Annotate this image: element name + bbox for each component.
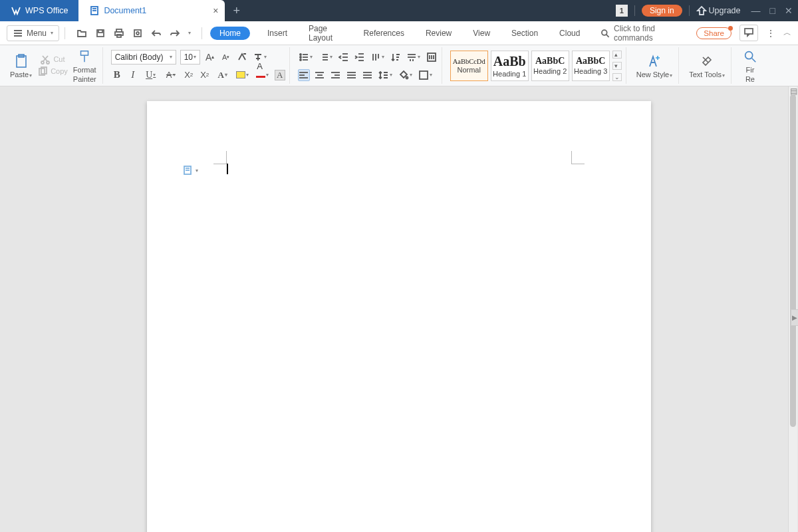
qat-more-icon[interactable]: ▾ xyxy=(188,30,191,36)
find-replace-label-2: Re xyxy=(745,75,755,83)
workspace[interactable]: ▾ ▤ ▶ xyxy=(0,86,798,532)
format-painter-button[interactable]: Format Painter xyxy=(71,48,98,82)
svg-point-25 xyxy=(300,54,301,55)
share-button[interactable]: Share xyxy=(696,27,732,39)
menu-button[interactable]: Menu ▾ xyxy=(7,25,59,41)
upgrade-label: Upgrade xyxy=(709,6,741,15)
svg-point-27 xyxy=(300,57,301,58)
char-shading-button[interactable]: A xyxy=(275,70,285,80)
borders-button[interactable]: ▾ xyxy=(418,69,434,81)
grow-font-icon[interactable]: A▴ xyxy=(204,51,216,63)
undo-icon[interactable] xyxy=(150,27,162,39)
bold-button[interactable]: B xyxy=(111,69,123,81)
tab-insert[interactable]: Insert xyxy=(263,27,291,40)
text-tools-group: Text Tools▾ xyxy=(683,47,732,84)
style-scroll: ▴ ▾ ⌄ xyxy=(612,51,622,81)
minimize-icon[interactable]: — xyxy=(751,5,761,16)
align-right-button[interactable] xyxy=(330,69,342,81)
find-replace-label-1: Fir xyxy=(746,66,755,74)
tab-section[interactable]: Section xyxy=(507,27,542,40)
superscript-button[interactable]: X2 xyxy=(183,69,195,81)
print-preview-icon[interactable] xyxy=(132,27,144,39)
tab-references[interactable]: References xyxy=(360,27,408,40)
style-normal[interactable]: AaBbCcDd Normal xyxy=(450,51,488,81)
sort-button[interactable] xyxy=(390,51,402,63)
shading-button[interactable]: ▾ xyxy=(398,69,414,81)
style-heading-3[interactable]: AaBbC Heading 3 xyxy=(572,51,610,81)
format-painter-label-1: Format xyxy=(73,66,96,74)
scrollbar-options-icon[interactable]: ▤ xyxy=(789,86,798,94)
sign-in-button[interactable]: Sign in xyxy=(642,5,682,17)
line-spacing-button[interactable]: ▾ xyxy=(378,69,394,81)
find-commands[interactable]: Click to find commands xyxy=(600,24,694,43)
font-size-select[interactable]: 10▾ xyxy=(180,50,200,65)
side-panel-expand[interactable]: ▶ xyxy=(791,309,798,326)
new-style-button[interactable]: New Style▾ xyxy=(634,53,675,79)
new-tab-button[interactable]: + xyxy=(225,0,248,21)
close-tab-icon[interactable]: × xyxy=(213,5,218,16)
tab-review[interactable]: Review xyxy=(422,27,456,40)
shrink-font-icon[interactable]: A▾ xyxy=(220,51,232,63)
cut-button[interactable]: Cut xyxy=(35,55,70,65)
style-scroll-up[interactable]: ▴ xyxy=(612,51,622,59)
open-icon[interactable] xyxy=(76,27,88,39)
app-tab[interactable]: WPS Office xyxy=(0,0,78,21)
maximize-icon[interactable]: □ xyxy=(770,5,775,16)
svg-rect-7 xyxy=(98,30,102,33)
window-controls: — □ ✕ xyxy=(747,5,793,16)
svg-point-13 xyxy=(602,30,607,35)
upgrade-button[interactable]: Upgrade xyxy=(696,5,741,16)
paragraph-options-icon[interactable]: ▾ xyxy=(183,165,198,176)
numbering-button[interactable]: ▾ xyxy=(318,51,334,63)
save-icon[interactable] xyxy=(94,27,106,39)
copy-button[interactable]: Copy xyxy=(35,66,70,77)
align-justify-button[interactable] xyxy=(346,69,358,81)
print-icon[interactable] xyxy=(113,27,125,39)
document-tab[interactable]: Document1 × xyxy=(78,0,225,21)
highlight-button[interactable]: ▾ xyxy=(235,69,251,81)
align-center-button[interactable] xyxy=(314,69,326,81)
subscript-button[interactable]: X2 xyxy=(199,69,211,81)
scrollbar-thumb[interactable] xyxy=(790,94,796,427)
margin-corner-tr xyxy=(571,151,585,164)
style-scroll-down[interactable]: ▾ xyxy=(612,62,622,70)
text-tools-button[interactable]: Text Tools▾ xyxy=(687,53,727,79)
clear-formatting-icon[interactable] xyxy=(236,51,248,63)
find-replace-button[interactable]: Fir Re xyxy=(739,48,761,82)
strikethrough-button[interactable]: A▾ xyxy=(163,69,179,81)
style-expand[interactable]: ⌄ xyxy=(612,73,622,81)
distributed-button[interactable] xyxy=(362,69,374,81)
notification-badge[interactable]: 1 xyxy=(616,5,628,17)
paste-button[interactable]: Paste▾ xyxy=(8,53,34,79)
font-color-button[interactable]: A▾ xyxy=(255,69,271,81)
bullets-button[interactable]: ▾ xyxy=(298,51,314,63)
new-style-label: New Style▾ xyxy=(636,70,673,79)
document-page[interactable]: ▾ xyxy=(147,101,651,532)
svg-rect-47 xyxy=(420,71,428,79)
collapse-ribbon-icon[interactable]: ︿ xyxy=(783,27,791,39)
decrease-indent-button[interactable] xyxy=(338,51,350,63)
menubar-right: Share ⋮ ︿ xyxy=(696,25,791,41)
tab-cloud[interactable]: Cloud xyxy=(555,27,584,40)
italic-button[interactable]: I xyxy=(127,69,139,81)
tab-page-layout[interactable]: Page Layout xyxy=(305,22,346,45)
underline-button[interactable]: U▾ xyxy=(143,69,159,81)
tabs-button[interactable]: ▾ xyxy=(406,51,422,63)
kebab-icon[interactable]: ⋮ xyxy=(766,28,775,39)
app-name: WPS Office xyxy=(25,6,68,15)
svg-point-46 xyxy=(406,76,408,78)
svg-line-49 xyxy=(752,59,756,63)
redo-icon[interactable] xyxy=(169,27,181,39)
align-left-button[interactable] xyxy=(298,69,310,81)
text-effects-button[interactable]: A▾ xyxy=(215,69,231,81)
style-heading-1[interactable]: AaBb Heading 1 xyxy=(491,51,529,81)
tab-view[interactable]: View xyxy=(469,27,494,40)
style-heading-2[interactable]: AaBbC Heading 2 xyxy=(531,51,569,81)
comments-icon[interactable] xyxy=(739,25,758,41)
font-name-select[interactable]: Calibri (Body)▾ xyxy=(111,50,176,65)
increase-indent-button[interactable] xyxy=(354,51,366,63)
tab-home[interactable]: Home xyxy=(210,27,250,40)
text-direction-button[interactable]: ▾ xyxy=(370,51,386,63)
close-icon[interactable]: ✕ xyxy=(785,5,793,16)
show-marks-button[interactable] xyxy=(426,51,438,63)
